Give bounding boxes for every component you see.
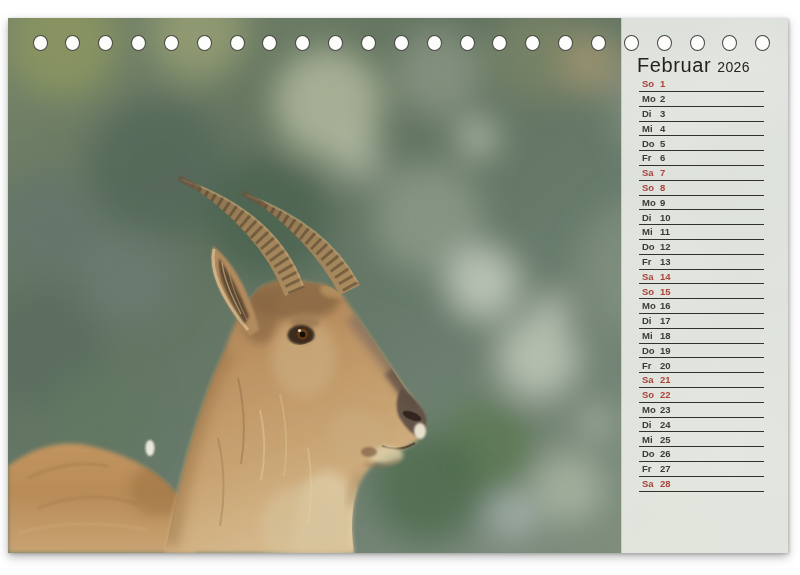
- binding-hole: [492, 35, 507, 51]
- day-abbrev: Do: [642, 138, 658, 149]
- day-number: 3: [660, 108, 665, 119]
- binding-hole: [394, 35, 409, 51]
- binding-hole: [295, 35, 310, 51]
- day-abbrev: So: [642, 286, 658, 297]
- binding-hole: [624, 35, 639, 51]
- day-number: 15: [660, 286, 671, 297]
- date-row: Sa 14: [639, 270, 764, 285]
- binding-hole: [262, 35, 277, 51]
- binding-hole: [460, 35, 475, 51]
- day-abbrev: Di: [642, 315, 658, 326]
- day-abbrev: Mi: [642, 330, 658, 341]
- date-row: Mo 9: [639, 196, 764, 211]
- day-number: 19: [660, 345, 671, 356]
- date-row: Di 24: [639, 418, 764, 433]
- date-row: Sa 7: [639, 166, 764, 181]
- day-number: 18: [660, 330, 671, 341]
- day-number: 13: [660, 256, 671, 267]
- day-number: 17: [660, 315, 671, 326]
- date-row: So 22: [639, 388, 764, 403]
- date-rows: So 1 Mo 2 Di 3 Mi 4 Do 5 Fr 6 Sa 7 So 8 …: [639, 77, 764, 491]
- day-number: 11: [660, 226, 670, 237]
- day-abbrev: Mi: [642, 123, 658, 134]
- day-abbrev: Do: [642, 241, 658, 252]
- date-row: Do 12: [639, 240, 764, 255]
- day-abbrev: Fr: [642, 256, 658, 267]
- binding-hole: [525, 35, 540, 51]
- date-row: So 15: [639, 284, 764, 299]
- day-number: 8: [660, 182, 665, 193]
- date-row: Sa 21: [639, 373, 764, 388]
- day-number: 26: [660, 448, 671, 459]
- day-abbrev: Mi: [642, 226, 658, 237]
- binding-hole: [722, 35, 737, 51]
- date-row: Fr 27: [639, 462, 764, 477]
- day-abbrev: So: [642, 78, 658, 89]
- day-number: 24: [660, 419, 671, 430]
- day-number: 6: [660, 152, 665, 163]
- binding-hole: [427, 35, 442, 51]
- day-number: 5: [660, 138, 665, 149]
- day-number: 22: [660, 389, 671, 400]
- day-number: 23: [660, 404, 671, 415]
- date-row: Do 19: [639, 344, 764, 359]
- day-abbrev: Mi: [642, 434, 658, 445]
- day-abbrev: So: [642, 389, 658, 400]
- date-row: Mi 11: [639, 225, 764, 240]
- day-abbrev: Mo: [642, 404, 658, 415]
- binding-hole: [131, 35, 146, 51]
- day-abbrev: Sa: [642, 271, 658, 282]
- day-abbrev: Do: [642, 448, 658, 459]
- binding-hole: [755, 35, 770, 51]
- day-abbrev: Mo: [642, 197, 658, 208]
- day-abbrev: So: [642, 182, 658, 193]
- day-abbrev: Di: [642, 108, 658, 119]
- day-number: 10: [660, 212, 671, 223]
- date-row: Do 26: [639, 447, 764, 462]
- date-row: Di 17: [639, 314, 764, 329]
- day-number: 21: [660, 374, 671, 385]
- day-abbrev: Fr: [642, 360, 658, 371]
- day-number: 16: [660, 300, 671, 311]
- date-row: Fr 13: [639, 255, 764, 270]
- date-row: Di 10: [639, 210, 764, 225]
- month-panel: Februar 2026 So 1 Mo 2 Di 3 Mi 4 Do 5 Fr…: [621, 18, 788, 553]
- day-abbrev: Mo: [642, 300, 658, 311]
- calendar-mockup: { "calendar": { "month": "Februar", "yea…: [0, 0, 800, 575]
- day-abbrev: Mo: [642, 93, 658, 104]
- day-number: 14: [660, 271, 671, 282]
- date-row: Mo 23: [639, 403, 764, 418]
- date-row: Mi 4: [639, 122, 764, 137]
- day-number: 12: [660, 241, 671, 252]
- date-row: Fr 20: [639, 358, 764, 373]
- day-number: 25: [660, 434, 671, 445]
- binding-hole: [558, 35, 573, 51]
- day-abbrev: Fr: [642, 152, 658, 163]
- day-abbrev: Di: [642, 419, 658, 430]
- day-abbrev: Do: [642, 345, 658, 356]
- day-number: 1: [660, 78, 665, 89]
- day-number: 7: [660, 167, 665, 178]
- day-number: 4: [660, 123, 665, 134]
- day-number: 28: [660, 478, 671, 489]
- binding-hole: [197, 35, 212, 51]
- date-row: Mo 16: [639, 299, 764, 314]
- binding-hole: [98, 35, 113, 51]
- date-row: Mi 18: [639, 329, 764, 344]
- date-row: Do 5: [639, 136, 764, 151]
- binding-hole: [230, 35, 245, 51]
- binding-hole: [361, 35, 376, 51]
- date-row: Fr 6: [639, 151, 764, 166]
- binding-hole: [33, 35, 48, 51]
- day-abbrev: Sa: [642, 478, 658, 489]
- day-number: 27: [660, 463, 671, 474]
- day-number: 20: [660, 360, 671, 371]
- binding-hole: [657, 35, 672, 51]
- date-row: Di 3: [639, 107, 764, 122]
- date-row: Mi 25: [639, 432, 764, 447]
- date-row: So 8: [639, 181, 764, 196]
- binding-hole: [328, 35, 343, 51]
- day-abbrev: Sa: [642, 167, 658, 178]
- binding-hole: [591, 35, 606, 51]
- date-row: So 1: [639, 77, 764, 92]
